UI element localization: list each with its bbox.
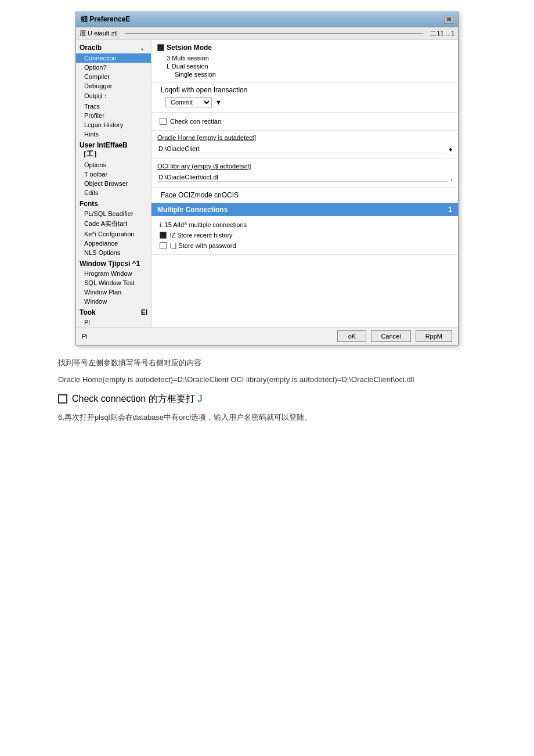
store-history-checkbox[interactable] — [160, 232, 167, 239]
left-item-outpijl[interactable]: Outpijl： — [76, 91, 151, 102]
left-item-hrogram[interactable]: Hrogram Wndow — [76, 269, 151, 278]
face-oci-row: Face OCIZmode cnOCIS — [157, 191, 452, 199]
check-con-checkbox[interactable] — [160, 118, 167, 125]
dialog-topbar: 愿 U eiault zt| 二11 ...1 — [76, 27, 458, 40]
left-item-options[interactable]: Options — [76, 160, 151, 170]
ok-button[interactable]: oK — [337, 330, 366, 342]
multiple-connections-num: 1 — [448, 206, 452, 214]
dialog-titlebar: 细 PreferenceE 回 — [76, 12, 458, 27]
left-item-window-plan[interactable]: Window Plan — [76, 287, 151, 297]
dialog-title: 细 PreferenceE — [81, 15, 130, 24]
section-fcnts-header: Fcnts — [76, 197, 151, 209]
left-item-profiler[interactable]: Profiler — [76, 111, 151, 120]
check-connection-text: Check connection 的方框要打 J — [72, 393, 203, 405]
note-text: 6,再次打开plsql则会在database中有orcl选项，输入用户名密码就可… — [58, 412, 476, 423]
left-item-plsql-bead[interactable]: PL/SQL Beadifier — [76, 209, 151, 218]
oracle-home-dot: ♦ — [449, 146, 452, 153]
left-item-window[interactable]: Window — [76, 297, 151, 306]
left-item-object-browser[interactable]: Object Browser — [76, 179, 151, 188]
radio-multi-session[interactable]: 3 Multi session — [157, 54, 452, 62]
dialog-body: OracIb 、 Connection Option? Compiler Deb… — [76, 40, 458, 327]
oracle-home-value: D:\OiacleCliert — [157, 145, 446, 153]
logoff-label: Loqofl with open Iransaction — [161, 86, 247, 94]
left-item-sql-window[interactable]: SQL Window Test — [76, 278, 151, 287]
dialog-close-btn[interactable]: 回 — [444, 16, 453, 24]
store-history-row[interactable]: lZ Store recent history — [157, 230, 452, 240]
store-password-checkbox[interactable] — [160, 242, 167, 249]
session-mode-section: Setsion Mode 3 Multi session L Dual sess… — [151, 40, 458, 82]
oci-lib-dot: , — [450, 174, 452, 181]
check-text-label: Check connection 的方框要打 — [72, 394, 195, 404]
session-mode-title: Setsion Mode — [157, 44, 452, 52]
oracle-home-section: Oracle Horne [empty is autadetect] D:\Oi… — [151, 131, 458, 159]
oci-lib-label: OCI libr-ary (empty i$ adtodetsct] — [157, 163, 452, 170]
section-window-header: Window Tjipcsi ^1 — [76, 257, 151, 269]
right-panel: Setsion Mode 3 Multi session L Dual sess… — [151, 40, 458, 327]
check-line: Check connection 的方框要打 J — [58, 393, 476, 405]
section-userintf-header: User IntEffaeB［工］ — [76, 139, 151, 160]
oci-lib-field-row: D:\OiacleCliert\iocLdl , — [157, 171, 452, 183]
square-checkbox-icon — [58, 394, 67, 404]
left-item-edits[interactable]: Edits — [76, 188, 151, 197]
instruction2-text: Oracle Home(empty is autodetect)=D:\Orac… — [58, 374, 476, 386]
apply-button[interactable]: RppM — [416, 330, 452, 342]
oci-lib-value: D:\OiacleCliert\iocLdl — [157, 173, 448, 182]
instruction1-text: 找到等号左侧参数填写等号右侧对应的内容 — [58, 357, 476, 369]
oci-lib-section: OCI libr-ary (empty i$ adtodetsct] D:\Oi… — [151, 159, 458, 188]
preferences-dialog: 细 PreferenceE 回 愿 U eiault zt| 二11 ...1 … — [75, 12, 459, 345]
left-item-cade[interactable]: Cade A实份tart — [76, 218, 151, 229]
alloc-section: i: 15 AlId^ multiple connections lZ Stor… — [151, 216, 458, 255]
topbar-right: 二11 ...1 — [430, 29, 454, 38]
topbar-text: 愿 U eiault zt| — [80, 29, 118, 38]
left-item-option[interactable]: Option? — [76, 63, 151, 72]
oracle-home-field-row: D:\OiacleCliert ♦ — [157, 143, 452, 155]
alloc-row: i: 15 AlId^ multiple connections — [157, 219, 452, 230]
left-item-toolbar[interactable]: T oolbar — [76, 170, 151, 179]
session-mode-checkbox-icon — [157, 44, 164, 51]
radio-single-text: Single session — [175, 71, 216, 78]
cancel-button[interactable]: Cancel — [371, 330, 410, 342]
left-item-connection[interactable]: Connection — [76, 53, 151, 63]
section-oracib-header: OracIb 、 — [76, 40, 151, 53]
left-item-ke[interactable]: Ke^i Ccnfguration — [76, 229, 151, 239]
face-oci-section: Face OCIZmode cnOCIS — [151, 188, 458, 203]
left-item-compiler[interactable]: Compiler — [76, 72, 151, 81]
left-item-appediance[interactable]: Appediance — [76, 239, 151, 248]
footer-buttons: oK Cancel RppM — [337, 330, 452, 342]
left-item-hints[interactable]: Hints — [76, 129, 151, 139]
section-userintf-label: User IntEffaeB［工］ — [80, 141, 147, 159]
section-oracib-arrow: 、 — [140, 42, 147, 52]
section-oracib-label: OracIb — [80, 44, 102, 52]
dialog-footer: Pi oK Cancel RppM — [76, 327, 458, 345]
store-password-row[interactable]: l_| Store with password — [157, 240, 452, 251]
logoff-dropdown[interactable]: Commit — [165, 97, 212, 107]
section-took-right: EI — [141, 308, 147, 316]
radio-multi-text: 3 Multi session — [167, 55, 209, 62]
check-con-row[interactable]: Check con rectian — [157, 116, 452, 127]
multiple-connections-section: Multiple Connections 1 — [151, 203, 458, 216]
store-history-label: lZ Store recent history — [170, 232, 233, 239]
logoff-section: Loqofl with open Iransaction Commit ▼ — [151, 82, 458, 113]
left-item-nls[interactable]: NLS Options — [76, 248, 151, 257]
section-fcnts-label: Fcnts — [80, 200, 98, 208]
section-took-header: Took EI — [76, 306, 151, 318]
dialog-controls: 回 — [444, 16, 453, 24]
logoff-arrow: ▼ — [215, 99, 222, 106]
left-item-lcgan[interactable]: Lcgan History — [76, 120, 151, 129]
multiple-connections-label: Multiple Connections — [157, 206, 228, 214]
check-con-label: Check con rectian — [170, 118, 221, 125]
alloc-label: i: 15 AlId^ multiple connections — [160, 221, 247, 228]
left-panel: OracIb 、 Connection Option? Compiler Deb… — [76, 40, 151, 327]
radio-single-session[interactable]: Single session — [157, 70, 452, 78]
left-item-tracs[interactable]: Tracs — [76, 102, 151, 111]
radio-dual-text: L Dual session — [167, 63, 208, 70]
session-mode-label: Setsion Mode — [167, 44, 212, 52]
oracle-home-label: Oracle Horne [empty is autadetect] — [157, 134, 452, 141]
below-dialog-content: 找到等号左侧参数填写等号右侧对应的内容 Oracle Home(empty is… — [46, 357, 488, 423]
footer-left-label: Pi — [82, 333, 331, 340]
radio-dual-session[interactable]: L Dual session — [157, 62, 452, 70]
check-j-mark: J — [197, 394, 203, 404]
store-password-label: l_| Store with password — [170, 242, 236, 249]
left-item-pi[interactable]: Pl — [76, 318, 151, 327]
left-item-debugger[interactable]: Debugger — [76, 81, 151, 91]
